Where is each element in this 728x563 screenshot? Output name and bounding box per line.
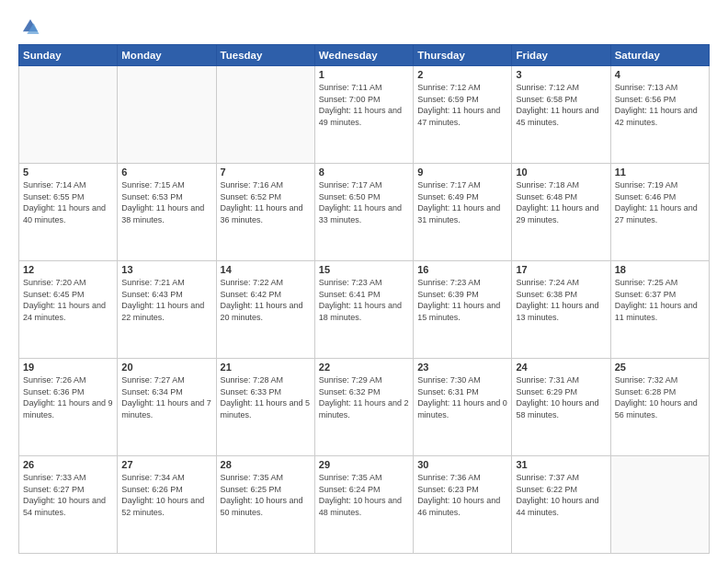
calendar-cell: 17Sunrise: 7:24 AM Sunset: 6:38 PM Dayli… [512,261,610,359]
day-number: 6 [121,167,211,178]
day-number: 8 [319,167,409,178]
page: SundayMondayTuesdayWednesdayThursdayFrid… [0,0,728,563]
day-number: 22 [319,362,409,373]
day-number: 14 [221,264,311,275]
day-number: 29 [319,459,409,470]
calendar-header-row: SundayMondayTuesdayWednesdayThursdayFrid… [19,45,710,66]
day-info: Sunrise: 7:26 AM Sunset: 6:36 PM Dayligh… [23,374,113,420]
calendar-week-1: 1Sunrise: 7:11 AM Sunset: 7:00 PM Daylig… [19,66,710,164]
day-number: 26 [23,459,113,470]
calendar-week-3: 12Sunrise: 7:20 AM Sunset: 6:45 PM Dayli… [19,261,710,359]
day-number: 3 [516,69,606,80]
logo-icon [20,17,40,37]
day-number: 1 [319,69,409,80]
day-number: 20 [121,362,211,373]
day-number: 18 [615,264,705,275]
day-info: Sunrise: 7:21 AM Sunset: 6:43 PM Dayligh… [121,277,211,323]
day-number: 9 [417,167,507,178]
day-number: 30 [417,459,507,470]
day-number: 7 [221,167,311,178]
calendar-cell: 16Sunrise: 7:23 AM Sunset: 6:39 PM Dayli… [414,261,512,359]
day-info: Sunrise: 7:14 AM Sunset: 6:55 PM Dayligh… [23,179,113,225]
day-info: Sunrise: 7:20 AM Sunset: 6:45 PM Dayligh… [23,277,113,323]
day-info: Sunrise: 7:17 AM Sunset: 6:50 PM Dayligh… [319,179,409,225]
day-header-tuesday: Tuesday [216,45,314,66]
calendar-cell: 4Sunrise: 7:13 AM Sunset: 6:56 PM Daylig… [610,66,709,164]
day-number: 5 [23,167,113,178]
day-number: 24 [516,362,606,373]
calendar-week-5: 26Sunrise: 7:33 AM Sunset: 6:27 PM Dayli… [19,456,710,554]
day-header-wednesday: Wednesday [314,45,413,66]
day-header-thursday: Thursday [414,45,512,66]
day-info: Sunrise: 7:22 AM Sunset: 6:42 PM Dayligh… [221,277,311,323]
calendar-table: SundayMondayTuesdayWednesdayThursdayFrid… [18,44,710,554]
calendar-cell: 10Sunrise: 7:18 AM Sunset: 6:48 PM Dayli… [512,164,610,261]
calendar-cell: 12Sunrise: 7:20 AM Sunset: 6:45 PM Dayli… [19,261,118,359]
day-number: 27 [121,459,211,470]
day-number: 13 [121,264,211,275]
day-info: Sunrise: 7:18 AM Sunset: 6:48 PM Dayligh… [516,179,606,225]
day-number: 2 [417,69,507,80]
calendar-cell [19,66,118,164]
day-info: Sunrise: 7:33 AM Sunset: 6:27 PM Dayligh… [23,472,113,518]
calendar-cell: 7Sunrise: 7:16 AM Sunset: 6:52 PM Daylig… [216,164,314,261]
calendar-week-4: 19Sunrise: 7:26 AM Sunset: 6:36 PM Dayli… [19,359,710,456]
calendar-cell: 21Sunrise: 7:28 AM Sunset: 6:33 PM Dayli… [216,359,314,456]
day-header-sunday: Sunday [19,45,118,66]
calendar-cell: 19Sunrise: 7:26 AM Sunset: 6:36 PM Dayli… [19,359,118,456]
calendar-cell: 1Sunrise: 7:11 AM Sunset: 7:00 PM Daylig… [314,66,413,164]
day-info: Sunrise: 7:23 AM Sunset: 6:41 PM Dayligh… [319,277,409,323]
calendar-cell: 23Sunrise: 7:30 AM Sunset: 6:31 PM Dayli… [414,359,512,456]
day-header-friday: Friday [512,45,610,66]
calendar-cell [610,456,709,554]
day-header-monday: Monday [118,45,216,66]
day-info: Sunrise: 7:12 AM Sunset: 6:59 PM Dayligh… [417,82,507,128]
calendar-cell: 14Sunrise: 7:22 AM Sunset: 6:42 PM Dayli… [216,261,314,359]
day-info: Sunrise: 7:28 AM Sunset: 6:33 PM Dayligh… [221,374,311,420]
day-info: Sunrise: 7:31 AM Sunset: 6:29 PM Dayligh… [516,374,606,420]
day-number: 31 [516,459,606,470]
day-number: 23 [417,362,507,373]
day-number: 21 [221,362,311,373]
day-info: Sunrise: 7:23 AM Sunset: 6:39 PM Dayligh… [417,277,507,323]
day-number: 12 [23,264,113,275]
day-info: Sunrise: 7:34 AM Sunset: 6:26 PM Dayligh… [121,472,211,518]
day-info: Sunrise: 7:13 AM Sunset: 6:56 PM Dayligh… [615,82,705,128]
day-info: Sunrise: 7:35 AM Sunset: 6:24 PM Dayligh… [319,472,409,518]
day-info: Sunrise: 7:25 AM Sunset: 6:37 PM Dayligh… [615,277,705,323]
day-info: Sunrise: 7:24 AM Sunset: 6:38 PM Dayligh… [516,277,606,323]
calendar-cell [118,66,216,164]
calendar-cell: 13Sunrise: 7:21 AM Sunset: 6:43 PM Dayli… [118,261,216,359]
calendar-cell: 8Sunrise: 7:17 AM Sunset: 6:50 PM Daylig… [314,164,413,261]
calendar-cell: 3Sunrise: 7:12 AM Sunset: 6:58 PM Daylig… [512,66,610,164]
day-number: 19 [23,362,113,373]
day-info: Sunrise: 7:29 AM Sunset: 6:32 PM Dayligh… [319,374,409,420]
calendar-cell: 15Sunrise: 7:23 AM Sunset: 6:41 PM Dayli… [314,261,413,359]
day-info: Sunrise: 7:30 AM Sunset: 6:31 PM Dayligh… [417,374,507,420]
calendar-cell: 25Sunrise: 7:32 AM Sunset: 6:28 PM Dayli… [610,359,709,456]
day-info: Sunrise: 7:12 AM Sunset: 6:58 PM Dayligh… [516,82,606,128]
day-header-saturday: Saturday [610,45,709,66]
day-number: 10 [516,167,606,178]
calendar-cell: 29Sunrise: 7:35 AM Sunset: 6:24 PM Dayli… [314,456,413,554]
calendar-week-2: 5Sunrise: 7:14 AM Sunset: 6:55 PM Daylig… [19,164,710,261]
day-info: Sunrise: 7:19 AM Sunset: 6:46 PM Dayligh… [615,179,705,225]
calendar-cell: 26Sunrise: 7:33 AM Sunset: 6:27 PM Dayli… [19,456,118,554]
header [18,17,710,37]
calendar-cell [216,66,314,164]
calendar-cell: 30Sunrise: 7:36 AM Sunset: 6:23 PM Dayli… [414,456,512,554]
day-info: Sunrise: 7:35 AM Sunset: 6:25 PM Dayligh… [221,472,311,518]
calendar-cell: 5Sunrise: 7:14 AM Sunset: 6:55 PM Daylig… [19,164,118,261]
calendar-cell: 24Sunrise: 7:31 AM Sunset: 6:29 PM Dayli… [512,359,610,456]
calendar-cell: 20Sunrise: 7:27 AM Sunset: 6:34 PM Dayli… [118,359,216,456]
calendar-cell: 9Sunrise: 7:17 AM Sunset: 6:49 PM Daylig… [414,164,512,261]
day-info: Sunrise: 7:37 AM Sunset: 6:22 PM Dayligh… [516,472,606,518]
calendar-cell: 2Sunrise: 7:12 AM Sunset: 6:59 PM Daylig… [414,66,512,164]
day-info: Sunrise: 7:27 AM Sunset: 6:34 PM Dayligh… [121,374,211,420]
calendar-cell: 11Sunrise: 7:19 AM Sunset: 6:46 PM Dayli… [610,164,709,261]
day-number: 28 [221,459,311,470]
day-info: Sunrise: 7:32 AM Sunset: 6:28 PM Dayligh… [615,374,705,420]
day-number: 4 [615,69,705,80]
calendar-cell: 28Sunrise: 7:35 AM Sunset: 6:25 PM Dayli… [216,456,314,554]
day-number: 25 [615,362,705,373]
